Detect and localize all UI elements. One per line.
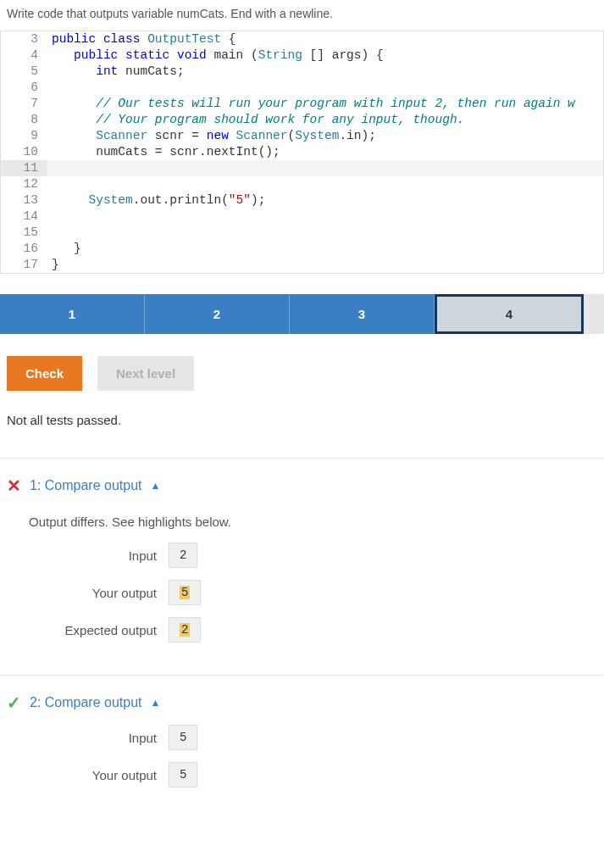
line-number: 8 [1,112,47,128]
code-content[interactable] [47,80,603,96]
io-label: Input [29,548,169,563]
code-content[interactable]: } [47,241,603,257]
code-content[interactable] [47,209,603,225]
result-message: Output differs. See highlights below. [29,515,597,529]
action-buttons: Check Next level [0,356,604,391]
code-content[interactable]: Scanner scnr = new Scanner(System.in); [47,128,603,144]
code-line[interactable]: 4 public static void main (String [] arg… [1,47,603,64]
io-value: 5 [169,725,197,750]
code-content[interactable]: public class OutputTest { [47,31,603,47]
code-content[interactable]: numCats = scnr.nextInt(); [47,144,603,160]
io-label: Expected output [29,623,169,637]
code-content[interactable]: // Your program should work for any inpu… [47,112,603,128]
io-value: 5 [169,580,201,605]
step-1[interactable]: 1 [0,294,145,334]
code-line[interactable]: 17} [1,257,603,273]
line-number: 7 [1,96,47,112]
code-content[interactable] [47,160,603,176]
line-number: 10 [1,144,47,160]
instruction-text: Write code that outputs variable numCats… [0,0,604,31]
result-header[interactable]: ✓2: Compare output▲ [7,693,597,713]
line-number: 13 [1,192,47,209]
code-line[interactable]: 11 [1,160,603,176]
line-number: 3 [1,31,47,47]
code-line[interactable]: 3public class OutputTest { [1,31,603,47]
line-number: 4 [1,47,47,64]
io-value: 2 [169,542,197,568]
io-row: Input5 [29,725,597,750]
check-icon: ✓ [7,693,21,713]
x-icon: ✕ [7,476,21,496]
code-content[interactable]: // Our tests will run your program with … [47,96,603,112]
line-number: 17 [1,257,47,273]
line-number: 16 [1,241,47,257]
check-button[interactable]: Check [7,356,82,391]
code-content[interactable]: int numCats; [47,64,603,80]
line-number: 5 [1,64,47,80]
code-content[interactable]: } [47,257,603,273]
line-number: 14 [1,209,47,225]
test-result-1: ✕1: Compare output▲Output differs. See h… [0,458,604,675]
step-tail [584,294,604,334]
line-number: 9 [1,128,47,144]
line-number: 15 [1,225,47,241]
io-label: Your output [29,768,169,782]
code-line[interactable]: 8 // Your program should work for any in… [1,112,603,128]
code-content[interactable]: System.out.println("5"); [47,192,603,209]
io-value: 2 [169,617,201,643]
line-number: 12 [1,176,47,192]
code-line[interactable]: 16 } [1,241,603,257]
result-title: 2: Compare output [30,695,142,710]
io-value: 5 [169,762,197,787]
code-content[interactable] [47,176,603,192]
code-content[interactable]: public static void main (String [] args)… [47,47,603,64]
step-4[interactable]: 4 [435,294,584,334]
code-editor[interactable]: 3public class OutputTest {4 public stati… [0,31,604,274]
code-line[interactable]: 6 [1,80,603,96]
line-number: 11 [1,160,47,176]
io-row: Your output5 [29,762,597,787]
code-content[interactable] [47,225,603,241]
io-label: Your output [29,586,169,600]
next-level-button: Next level [97,356,194,391]
code-line[interactable]: 14 [1,209,603,225]
code-line[interactable]: 9 Scanner scnr = new Scanner(System.in); [1,128,603,144]
chevron-up-icon: ▲ [151,480,161,492]
code-line[interactable]: 5 int numCats; [1,64,603,80]
io-row: Input2 [29,542,597,568]
step-3[interactable]: 3 [290,294,435,334]
code-line[interactable]: 10 numCats = scnr.nextInt(); [1,144,603,160]
io-row: Expected output2 [29,617,597,643]
code-line[interactable]: 13 System.out.println("5"); [1,192,603,209]
test-results: ✕1: Compare output▲Output differs. See h… [0,458,604,820]
code-line[interactable]: 15 [1,225,603,241]
test-status-text: Not all tests passed. [0,413,604,427]
code-line[interactable]: 12 [1,176,603,192]
io-row: Your output5 [29,580,597,605]
chevron-up-icon: ▲ [151,697,161,709]
result-title: 1: Compare output [30,478,142,493]
result-header[interactable]: ✕1: Compare output▲ [7,476,597,496]
step-navigation: 1234 [0,294,604,334]
io-label: Input [29,731,169,745]
step-2[interactable]: 2 [145,294,290,334]
code-line[interactable]: 7 // Our tests will run your program wit… [1,96,603,112]
test-result-2: ✓2: Compare output▲Input5Your output5 [0,675,604,820]
line-number: 6 [1,80,47,96]
